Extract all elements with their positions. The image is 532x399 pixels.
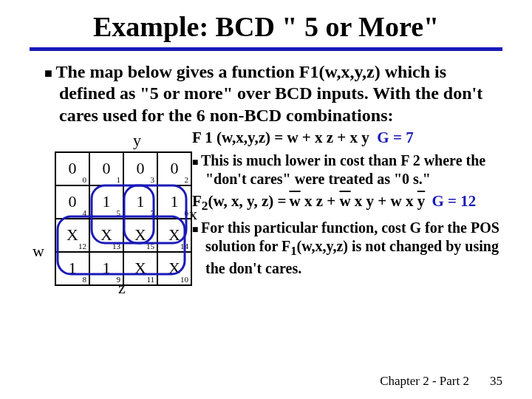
point-lower-cost: This is much lower in cost than F 2 wher… — [192, 151, 502, 188]
equation-f2: F2(w, x, y, z) = w x z + w x y + w x y G… — [192, 191, 502, 214]
title-rule — [30, 47, 502, 51]
kmap-label-y: y — [133, 131, 141, 150]
lead-paragraph: The map below gives a function F1(w,x,y,… — [44, 61, 502, 126]
kmap-grid: 00 01 03 02 04 15 17 16 X12 X13 X15 — [55, 151, 192, 286]
footer-page: 35 — [490, 374, 502, 389]
footer-chapter: Chapter 2 - Part 2 — [380, 374, 469, 389]
slide-title: Example: BCD " 5 or More" — [30, 10, 502, 43]
equation-f1: F 1 (w,x,y,z) = w + x z + x y G = 7 — [192, 128, 502, 147]
slide-footer: Chapter 2 - Part 2 35 — [380, 374, 502, 389]
point-pos: For this particular function, cost G for… — [192, 219, 502, 278]
kmap-label-w: w — [33, 242, 44, 261]
